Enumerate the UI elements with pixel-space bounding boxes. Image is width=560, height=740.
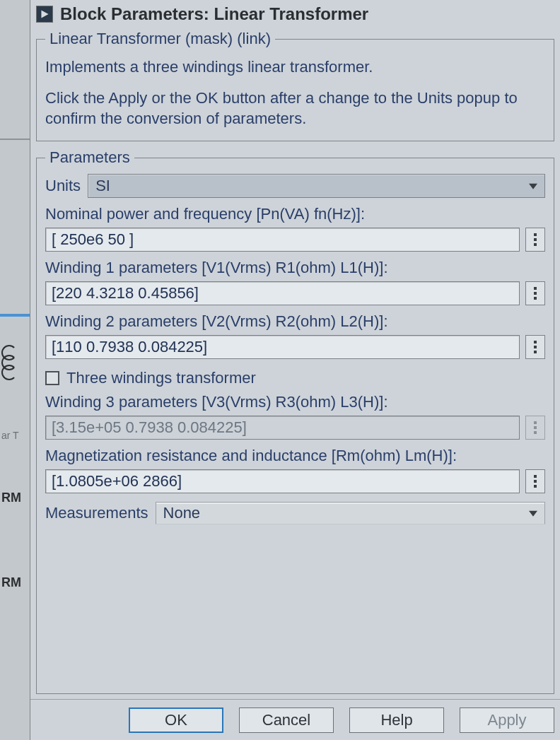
three-windings-checkbox[interactable]	[45, 371, 59, 385]
measurements-label: Measurements	[45, 504, 148, 522]
bg-text: ar T	[0, 430, 28, 441]
winding1-input[interactable]	[45, 281, 520, 305]
window-title: Block Parameters: Linear Transformer	[60, 4, 368, 24]
bg-text: RM	[1, 491, 21, 505]
bg-divider	[0, 139, 31, 140]
parameters-legend: Parameters	[45, 148, 134, 167]
nominal-input[interactable]	[45, 228, 520, 252]
chevron-down-icon	[529, 511, 537, 517]
dialog-window: Block Parameters: Linear Transformer Lin…	[30, 0, 560, 740]
nominal-label: Nominal power and frequency [Pn(VA) fn(H…	[45, 205, 545, 223]
three-windings-label: Three windings transformer	[66, 369, 256, 387]
magnetization-label: Magnetization resistance and inductance …	[45, 447, 545, 465]
ok-button[interactable]: OK	[129, 707, 223, 733]
units-row: Units SI	[45, 174, 545, 198]
winding2-more-button[interactable]	[525, 335, 545, 359]
coil-icon	[1, 345, 23, 387]
magnetization-input[interactable]	[45, 469, 520, 493]
winding3-label: Winding 3 parameters [V3(Vrms) R3(ohm) L…	[45, 393, 545, 411]
units-value: SI	[95, 177, 110, 195]
nominal-more-button[interactable]	[525, 228, 545, 252]
parameters-group: Parameters Units SI Nominal power and fr…	[36, 148, 554, 694]
help-button[interactable]: Help	[349, 707, 444, 733]
bg-divider	[0, 314, 31, 317]
winding3-more-button	[525, 416, 545, 440]
mask-description-2: Click the Apply or the OK button after a…	[45, 88, 545, 129]
apply-button: Apply	[460, 707, 554, 733]
winding1-label: Winding 1 parameters [V1(Vrms) R1(ohm) L…	[45, 259, 545, 277]
cancel-button[interactable]: Cancel	[239, 707, 334, 733]
measurements-row: Measurements None	[45, 502, 545, 524]
winding2-input[interactable]	[45, 335, 520, 359]
winding1-more-button[interactable]	[525, 281, 545, 305]
mask-group: Linear Transformer (mask) (link) Impleme…	[36, 30, 554, 141]
chevron-down-icon	[529, 184, 537, 189]
measurements-value: None	[163, 504, 201, 522]
magnetization-more-button[interactable]	[525, 469, 545, 493]
units-select[interactable]: SI	[88, 174, 545, 198]
button-bar: OK Cancel Help Apply	[30, 699, 560, 740]
svg-marker-0	[41, 11, 48, 18]
bg-text: RM	[1, 575, 21, 590]
app-icon	[36, 6, 53, 23]
units-label: Units	[45, 177, 81, 195]
titlebar: Block Parameters: Linear Transformer	[30, 0, 560, 30]
winding2-label: Winding 2 parameters [V2(Vrms) R2(ohm) L…	[45, 312, 545, 331]
winding3-input	[45, 416, 520, 440]
measurements-select[interactable]: None	[156, 502, 545, 524]
obscured-background: ar T RM RM	[0, 0, 34, 740]
mask-legend: Linear Transformer (mask) (link)	[45, 30, 275, 48]
mask-description-1: Implements a three windings linear trans…	[45, 57, 545, 78]
